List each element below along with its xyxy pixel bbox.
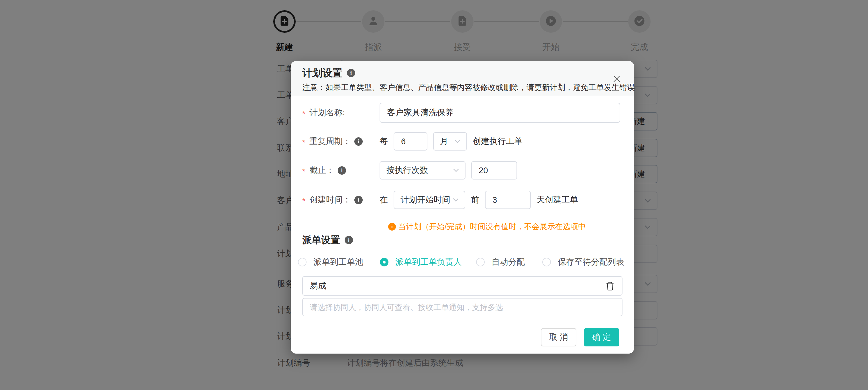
modal-note: 注意：如果工单类型、客户信息、产品信息等内容被修改或删除，请更新计划，避免工单发… xyxy=(302,82,635,93)
plan-name-input[interactable] xyxy=(379,103,620,123)
modal-header: 计划设置 i 注意：如果工单类型、客户信息、产品信息等内容被修改或删除，请更新计… xyxy=(291,61,634,96)
deadline-row: * 截止： i 按执行次数 xyxy=(302,161,517,179)
info-icon[interactable]: i xyxy=(345,236,353,244)
radio-dispatch-pool[interactable]: 派单到工单池 xyxy=(298,256,363,268)
radio-icon xyxy=(476,258,485,267)
create-time-mid: 前 xyxy=(471,194,479,205)
warning-text: 当计划（开始/完成）时间没有值时，不会展示在选项中 xyxy=(398,221,586,232)
required-asterisk: * xyxy=(302,196,305,205)
chevron-down-icon xyxy=(452,167,460,174)
radio-auto-assign[interactable]: 自动分配 xyxy=(476,256,525,268)
modal-title-row: 计划设置 i xyxy=(302,66,355,80)
collaborator-input[interactable] xyxy=(302,298,622,316)
cancel-button[interactable]: 取 消 xyxy=(541,328,577,346)
trash-icon[interactable] xyxy=(605,281,615,291)
create-time-prefix: 在 xyxy=(379,194,388,205)
radio-save-pending[interactable]: 保存至待分配列表 xyxy=(542,256,624,268)
repeat-cycle-label-text: 重复周期： xyxy=(309,136,351,147)
dispatch-settings-heading: 派单设置 i xyxy=(302,234,353,247)
repeat-cycle-row: * 重复周期： i 每 月 创建执行工单 xyxy=(302,132,523,150)
radio-label: 派单到工单负责人 xyxy=(395,256,462,268)
radio-label: 保存至待分配列表 xyxy=(558,256,624,268)
collaborator-field-wrap xyxy=(302,298,622,316)
info-icon[interactable]: i xyxy=(347,69,355,77)
create-time-suffix: 天创建工单 xyxy=(536,194,578,205)
radio-icon xyxy=(298,258,307,267)
create-time-days-input[interactable] xyxy=(485,191,531,209)
create-time-anchor-select[interactable]: 计划开始时间 xyxy=(394,191,465,209)
plan-name-row: * 计划名称: xyxy=(302,103,620,123)
repeat-suffix: 创建执行工单 xyxy=(473,136,523,147)
confirm-button[interactable]: 确 定 xyxy=(584,328,619,346)
repeat-cycle-label: * 重复周期： i xyxy=(302,136,379,147)
create-time-label: * 创建时间： i xyxy=(302,194,379,205)
info-icon[interactable]: i xyxy=(354,137,363,146)
radio-label: 派单到工单池 xyxy=(313,256,363,268)
create-time-label-text: 创建时间： xyxy=(309,194,351,205)
assignee-value: 易成 xyxy=(310,280,326,291)
info-icon[interactable]: i xyxy=(338,166,346,175)
deadline-label-text: 截止： xyxy=(309,165,334,176)
chevron-down-icon xyxy=(452,196,460,204)
close-icon[interactable] xyxy=(611,73,623,85)
plan-settings-modal: 计划设置 i 注意：如果工单类型、客户信息、产品信息等内容被修改或删除，请更新计… xyxy=(291,61,634,354)
assignee-field[interactable]: 易成 xyxy=(302,276,622,296)
deadline-label: * 截止： i xyxy=(302,165,379,176)
plan-name-label-text: 计划名称: xyxy=(309,107,345,118)
radio-icon xyxy=(380,258,389,267)
plan-name-label: * 计划名称: xyxy=(302,107,379,118)
dispatch-heading-text: 派单设置 xyxy=(302,234,340,247)
repeat-interval-input[interactable] xyxy=(394,132,427,150)
required-asterisk: * xyxy=(302,109,305,118)
required-asterisk: * xyxy=(302,138,305,147)
repeat-unit-select[interactable]: 月 xyxy=(433,132,467,150)
app-canvas: 新建 指派 接受 xyxy=(0,0,868,390)
deadline-mode-value: 按执行次数 xyxy=(386,165,428,176)
info-icon[interactable]: i xyxy=(354,196,363,204)
chevron-down-icon xyxy=(454,138,461,145)
create-time-row: * 创建时间： i 在 计划开始时间 前 天创建工单 xyxy=(302,191,578,209)
plan-time-warning: i 当计划（开始/完成）时间没有值时，不会展示在选项中 xyxy=(388,221,586,232)
required-asterisk: * xyxy=(302,167,305,176)
deadline-mode-select[interactable]: 按执行次数 xyxy=(379,161,466,179)
deadline-count-input[interactable] xyxy=(471,161,517,179)
warning-info-icon: i xyxy=(388,223,396,230)
modal-title: 计划设置 xyxy=(302,66,342,80)
radio-dispatch-owner[interactable]: 派单到工单负责人 xyxy=(380,256,462,268)
create-time-anchor-value: 计划开始时间 xyxy=(401,194,450,205)
repeat-unit-value: 月 xyxy=(440,136,448,147)
repeat-prefix: 每 xyxy=(379,136,388,147)
radio-label: 自动分配 xyxy=(492,256,525,268)
radio-icon xyxy=(542,258,551,267)
